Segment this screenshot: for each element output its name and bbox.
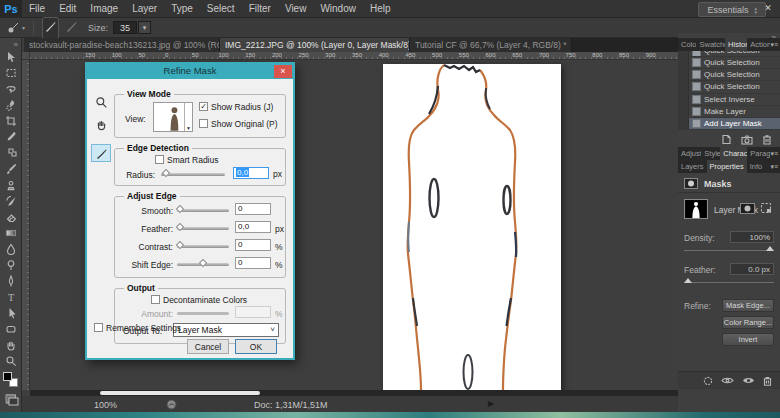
menu-file[interactable]: File	[22, 0, 52, 18]
density-slider[interactable]	[684, 250, 774, 251]
blur-tool[interactable]	[0, 241, 22, 257]
load-selection-icon[interactable]	[703, 376, 713, 386]
history-brush-tool[interactable]	[0, 193, 22, 209]
decontaminate-colors-checkbox[interactable]	[151, 295, 160, 304]
smooth-slider[interactable]	[177, 209, 229, 212]
refine-radius-contract-button[interactable]	[65, 19, 78, 37]
path-selection-tool[interactable]	[0, 305, 22, 321]
move-tool[interactable]	[0, 49, 22, 65]
menu-help[interactable]: Help	[363, 0, 398, 18]
panel-menu-icon[interactable]: ▾≡	[770, 147, 780, 160]
view-dropdown-arrow-icon[interactable]: ▼	[184, 103, 192, 131]
tab-swatches[interactable]: Swatches	[696, 38, 725, 51]
feather-slider-thumb[interactable]	[176, 223, 184, 231]
panel-menu-icon[interactable]: ▾≡	[770, 38, 780, 51]
pen-tool[interactable]	[0, 273, 22, 289]
gradient-tool[interactable]	[0, 225, 22, 241]
size-input[interactable]: 35	[113, 21, 137, 34]
zoom-tool[interactable]	[0, 353, 22, 369]
delete-mask-trash-icon[interactable]	[763, 376, 772, 386]
tab-styles[interactable]: Styles	[701, 147, 720, 160]
tab-info[interactable]: Info	[747, 160, 766, 173]
tab-stockvault-paradise-beach[interactable]: stockvault-paradise-beach136213.jpg @ 10…	[24, 38, 220, 52]
foreground-background-colors[interactable]	[0, 371, 22, 389]
history-item-make-layer[interactable]: Make Layer	[678, 106, 780, 118]
new-snapshot-camera-icon[interactable]	[741, 135, 753, 145]
menu-type[interactable]: Type	[164, 0, 200, 18]
dodge-tool[interactable]	[0, 257, 22, 273]
lasso-tool[interactable]	[0, 81, 22, 97]
feather-input[interactable]: 0,0	[235, 221, 271, 233]
tools-collapse-icon[interactable]: »	[0, 38, 21, 49]
zoom-level-field[interactable]: 100%	[94, 400, 117, 410]
size-dropdown[interactable]: ▾	[138, 21, 151, 34]
refine-radius-tool[interactable]	[91, 144, 111, 162]
eraser-tool[interactable]	[0, 209, 22, 225]
radius-slider-thumb[interactable]	[162, 169, 170, 177]
link-frame-icon[interactable]	[760, 202, 772, 214]
radius-input[interactable]: 0,0	[233, 167, 269, 179]
hand-tool[interactable]	[0, 337, 22, 353]
smooth-input[interactable]: 0	[235, 203, 271, 215]
panel-menu-icon[interactable]: ▾≡	[770, 160, 780, 173]
delete-state-trash-icon[interactable]	[762, 134, 772, 145]
menu-layer[interactable]: Layer	[125, 0, 164, 18]
contrast-slider[interactable]	[177, 245, 229, 248]
mask-edge-button[interactable]: Mask Edge...	[722, 299, 774, 312]
brush-preset-picker[interactable]: ▾	[6, 21, 25, 35]
screen-mode-button[interactable]	[2, 390, 22, 410]
layer-mask-thumbnail[interactable]	[684, 199, 708, 219]
tab-layers[interactable]: Layers	[678, 160, 707, 173]
smart-radius-checkbox[interactable]	[155, 155, 164, 164]
ok-button[interactable]: OK	[235, 339, 277, 354]
menu-window[interactable]: Window	[313, 0, 363, 18]
remember-settings-checkbox[interactable]	[94, 323, 103, 332]
status-popup-arrow-icon[interactable]: ▶	[488, 399, 494, 408]
invert-button[interactable]: Invert	[722, 333, 774, 346]
shift-edge-slider[interactable]	[177, 263, 229, 266]
crop-tool[interactable]	[0, 113, 22, 129]
shape-tool[interactable]	[0, 321, 22, 337]
feather-prop-slider[interactable]	[684, 282, 774, 283]
dialog-title[interactable]: Refine Mask	[86, 63, 294, 79]
dialog-zoom-tool[interactable]	[93, 94, 109, 110]
dialog-close-button[interactable]: ×	[274, 65, 292, 78]
history-item[interactable]: Quick Selection	[678, 81, 780, 93]
tab-img-2212[interactable]: IMG_2212.JPG @ 100% (Layer 0, Layer Mask…	[220, 38, 410, 52]
type-tool[interactable]: T	[0, 289, 22, 305]
menu-filter[interactable]: Filter	[242, 0, 278, 18]
visibility-eye-icon[interactable]	[742, 376, 755, 385]
tab-actions[interactable]: Actions	[747, 38, 770, 51]
menu-image[interactable]: Image	[83, 0, 125, 18]
show-original-checkbox[interactable]	[199, 119, 208, 128]
document-image[interactable]	[383, 64, 561, 390]
cancel-button[interactable]: Cancel	[187, 339, 229, 354]
scrollbar-thumb[interactable]	[100, 391, 260, 395]
density-value[interactable]: 100%	[730, 231, 774, 243]
history-item[interactable]: Quick Selection	[678, 69, 780, 81]
tab-color[interactable]: Color	[678, 38, 696, 51]
contrast-slider-thumb[interactable]	[176, 241, 184, 249]
tab-tutorial-cf[interactable]: Tutorial CF @ 66,7% (Layer 4, RGB/8) * ×	[410, 38, 572, 52]
feather-prop-slider-thumb[interactable]	[684, 278, 692, 283]
status-adobe-drive-icon[interactable]	[166, 399, 177, 410]
clone-stamp-tool[interactable]	[0, 177, 22, 193]
view-thumbnail-dropdown[interactable]: ▼	[153, 102, 193, 132]
radius-slider[interactable]	[161, 173, 225, 176]
eyedropper-tool[interactable]	[0, 129, 22, 145]
workspace-switcher[interactable]: Essentials ▴▾	[698, 2, 766, 17]
apply-mask-icon[interactable]	[721, 376, 734, 385]
quick-selection-tool[interactable]	[0, 97, 22, 113]
tab-paragraph[interactable]: Paragra	[747, 147, 770, 160]
feather-slider[interactable]	[177, 227, 229, 230]
refine-radius-expand-button[interactable]	[42, 17, 59, 39]
show-radius-checkbox[interactable]: ✓	[199, 102, 208, 111]
foreground-color-swatch[interactable]	[3, 372, 12, 381]
tab-history[interactable]: History	[725, 38, 747, 51]
tab-close-icon[interactable]: ×	[570, 38, 572, 52]
tab-adjustments[interactable]: Adjustm	[678, 147, 701, 160]
tab-character[interactable]: Character	[720, 147, 747, 160]
menu-select[interactable]: Select	[200, 0, 242, 18]
history-item-select-inverse[interactable]: Select Inverse	[678, 94, 780, 106]
output-to-select[interactable]: Layer Mask ˅	[173, 323, 279, 337]
